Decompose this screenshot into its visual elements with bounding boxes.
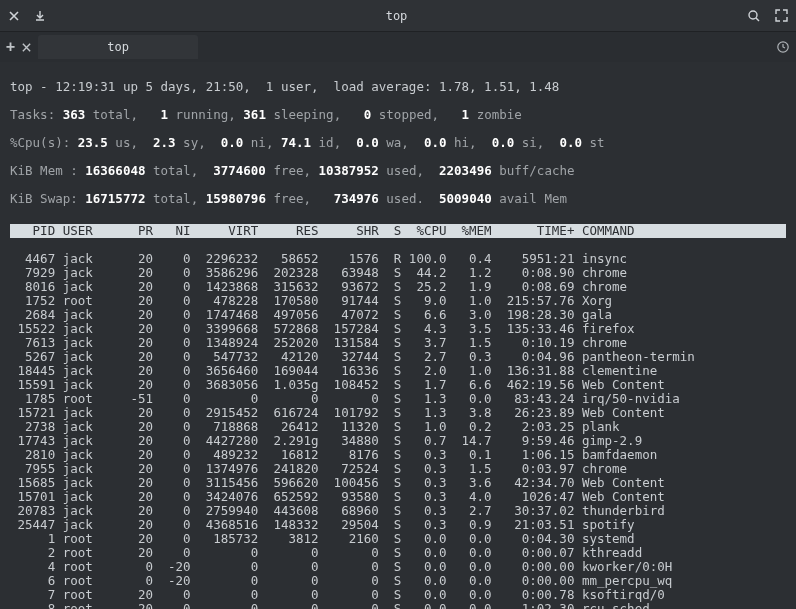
process-row: 1785 root -51 0 0 0 0 S 1.3 0.0 83:43.24… <box>10 392 786 406</box>
tab-top[interactable]: top <box>38 35 198 59</box>
process-row: 25447 jack 20 0 4368516 148332 29504 S 0… <box>10 518 786 532</box>
process-row: 15591 jack 20 0 3683056 1.035g 108452 S … <box>10 378 786 392</box>
summary-tasks: Tasks: 363 total, 1 running, 361 sleepin… <box>10 108 786 122</box>
process-row: 7 root 20 0 0 0 0 S 0.0 0.0 0:00.78 ksof… <box>10 588 786 602</box>
process-row: 7955 jack 20 0 1374976 241820 72524 S 0.… <box>10 462 786 476</box>
process-row: 2810 jack 20 0 489232 16812 8176 S 0.3 0… <box>10 448 786 462</box>
process-row: 2684 jack 20 0 1747468 497056 47072 S 6.… <box>10 308 786 322</box>
process-row: 17743 jack 20 0 4427280 2.291g 34880 S 0… <box>10 434 786 448</box>
process-row: 1 root 20 0 185732 3812 2160 S 0.0 0.0 0… <box>10 532 786 546</box>
process-row: 15522 jack 20 0 3399668 572868 157284 S … <box>10 322 786 336</box>
process-row: 6 root 0 -20 0 0 0 S 0.0 0.0 0:00.00 mm_… <box>10 574 786 588</box>
process-row: 4467 jack 20 0 2296232 58652 1576 R 100.… <box>10 252 786 266</box>
process-row: 8016 jack 20 0 1423868 315632 93672 S 25… <box>10 280 786 294</box>
process-row: 2 root 20 0 0 0 0 S 0.0 0.0 0:00.07 kthr… <box>10 546 786 560</box>
process-row: 15721 jack 20 0 2915452 616724 101792 S … <box>10 406 786 420</box>
terminal-output[interactable]: top - 12:19:31 up 5 days, 21:50, 1 user,… <box>0 62 796 609</box>
summary-swap: KiB Swap: 16715772 total, 15980796 free,… <box>10 192 786 206</box>
history-icon[interactable] <box>776 40 790 54</box>
close-icon[interactable] <box>8 10 20 22</box>
process-row: 15701 jack 20 0 3424076 652592 93580 S 0… <box>10 490 786 504</box>
process-row: 2738 jack 20 0 718868 26412 11320 S 1.0 … <box>10 420 786 434</box>
summary-mem: KiB Mem : 16366048 total, 3774600 free, … <box>10 164 786 178</box>
process-row: 20783 jack 20 0 2759940 443608 68960 S 0… <box>10 504 786 518</box>
new-tab-icon[interactable]: + <box>6 40 15 54</box>
process-row: 18445 jack 20 0 3656460 169044 16336 S 2… <box>10 364 786 378</box>
summary-uptime: top - 12:19:31 up 5 days, 21:50, 1 user,… <box>10 80 786 94</box>
process-row: 1752 root 20 0 478228 170580 91744 S 9.0… <box>10 294 786 308</box>
tab-label: top <box>107 40 129 54</box>
window-titlebar: top <box>0 0 796 32</box>
svg-point-0 <box>749 11 757 19</box>
window-title: top <box>46 9 747 23</box>
process-row: 8 root 20 0 0 0 0 S 0.0 0.0 1:02.30 rcu_… <box>10 602 786 609</box>
process-row: 15685 jack 20 0 3115456 596620 100456 S … <box>10 476 786 490</box>
search-icon[interactable] <box>747 9 761 23</box>
close-tab-icon[interactable] <box>21 42 32 53</box>
tab-bar: + top <box>0 32 796 62</box>
process-row: 5267 jack 20 0 547732 42120 32744 S 2.7 … <box>10 350 786 364</box>
process-row: 4 root 0 -20 0 0 0 S 0.0 0.0 0:00.00 kwo… <box>10 560 786 574</box>
summary-cpu: %Cpu(s): 23.5 us, 2.3 sy, 0.0 ni, 74.1 i… <box>10 136 786 150</box>
process-table-header: PID USER PR NI VIRT RES SHR S %CPU %MEM … <box>10 224 786 238</box>
download-icon[interactable] <box>34 10 46 22</box>
fullscreen-icon[interactable] <box>775 9 788 22</box>
process-row: 7929 jack 20 0 3586296 202328 63948 S 44… <box>10 266 786 280</box>
process-row: 7613 jack 20 0 1348924 252020 131584 S 3… <box>10 336 786 350</box>
